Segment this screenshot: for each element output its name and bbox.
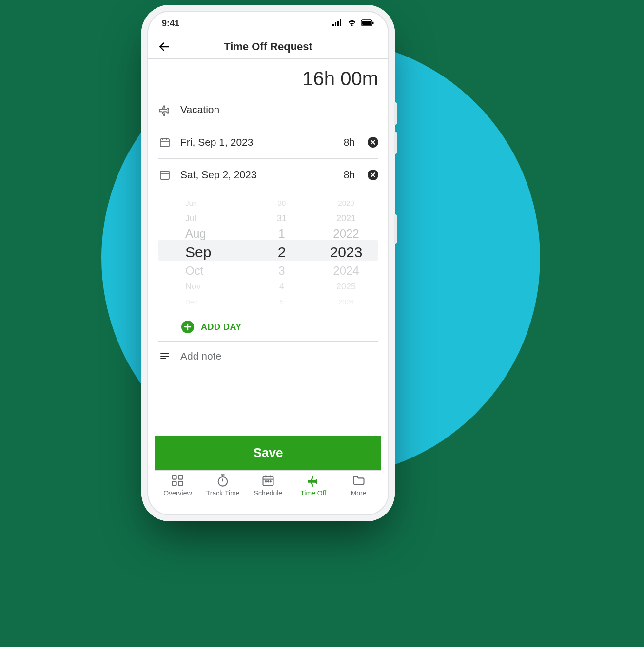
phone-side-button <box>394 132 397 154</box>
calendar-icon <box>158 169 172 181</box>
wifi-icon <box>347 19 357 29</box>
day-date-2: Sat, Sep 2, 2023 <box>180 169 335 181</box>
svg-rect-6 <box>372 21 374 24</box>
picker-month-selected: Sep <box>158 244 250 261</box>
add-note-label: Add note <box>180 350 221 362</box>
calendar-icon <box>261 474 275 487</box>
svg-rect-3 <box>340 19 341 26</box>
top-bar: Time Off Request <box>148 35 388 59</box>
day-hours-1: 8h <box>344 136 355 148</box>
svg-rect-0 <box>332 24 334 26</box>
picker-year: 2024 <box>314 264 378 278</box>
notes-icon <box>158 350 172 362</box>
picker-day-selected: 2 <box>250 244 314 261</box>
timeoff-type-row[interactable]: Vacation <box>158 94 378 126</box>
picker-day: 4 <box>250 282 314 292</box>
remove-day-2[interactable] <box>368 170 378 180</box>
phone-side-button <box>394 102 397 125</box>
save-button[interactable]: Save <box>155 436 381 470</box>
picker-month: Jun <box>158 199 250 207</box>
svg-point-23 <box>218 477 228 486</box>
day-row-1[interactable]: Fri, Sep 1, 2023 8h <box>158 126 378 159</box>
svg-rect-2 <box>337 21 339 26</box>
picker-month: Jul <box>158 213 250 224</box>
picker-month: Nov <box>158 282 250 292</box>
svg-rect-8 <box>160 139 169 147</box>
day-date-1: Fri, Sep 1, 2023 <box>180 136 335 148</box>
tab-label: More <box>351 489 367 497</box>
picker-day: 3 <box>250 264 314 278</box>
svg-rect-20 <box>179 476 183 479</box>
picker-day: 30 <box>250 199 314 207</box>
picker-year: 2020 <box>314 199 378 207</box>
add-note-row[interactable]: Add note <box>158 342 378 371</box>
svg-rect-1 <box>335 22 336 26</box>
remove-day-1[interactable] <box>368 137 378 148</box>
picker-day: 5 <box>250 298 314 306</box>
timeoff-type-label: Vacation <box>180 104 378 115</box>
page-title: Time Off Request <box>224 40 312 53</box>
svg-point-32 <box>268 481 269 482</box>
date-picker[interactable]: Jun302020 Jul312021 Aug12022 Sep22023 Oc… <box>158 194 378 311</box>
picker-year: 2021 <box>314 213 378 224</box>
tab-schedule[interactable]: Schedule <box>246 474 290 512</box>
tab-label: Time Off <box>300 489 326 497</box>
picker-month: Dec <box>158 298 250 306</box>
picker-year: 2022 <box>314 227 378 241</box>
tab-more[interactable]: More <box>337 474 381 512</box>
phone-frame: 9:41 Time Off Request <box>141 5 395 521</box>
plus-icon <box>181 321 194 333</box>
picker-month: Oct <box>158 264 250 278</box>
airplane-icon <box>158 103 172 116</box>
status-time: 9:41 <box>162 19 179 29</box>
picker-year: 2026 <box>314 298 378 306</box>
battery-icon <box>361 19 374 29</box>
signal-icon <box>332 19 343 29</box>
stopwatch-icon <box>216 474 230 487</box>
svg-rect-5 <box>362 21 371 25</box>
picker-year: 2025 <box>314 282 378 292</box>
svg-rect-21 <box>173 481 176 485</box>
svg-point-31 <box>265 481 266 482</box>
svg-rect-22 <box>179 481 183 485</box>
svg-rect-12 <box>160 171 169 179</box>
day-row-2[interactable]: Sat, Sep 2, 2023 8h <box>158 159 378 191</box>
picker-year-selected: 2023 <box>314 244 378 261</box>
svg-rect-19 <box>173 476 176 479</box>
folder-icon <box>352 474 366 487</box>
tab-bar: Overview Track Time Schedule Time Off Mo… <box>155 470 381 512</box>
back-button[interactable] <box>158 35 171 58</box>
tab-overview[interactable]: Overview <box>156 474 199 512</box>
picker-day: 1 <box>250 227 314 241</box>
day-hours-2: 8h <box>344 169 355 181</box>
airplane-icon <box>307 474 320 487</box>
status-bar: 9:41 <box>148 12 388 35</box>
add-day-label: ADD DAY <box>201 322 242 332</box>
tab-track-time[interactable]: Track Time <box>201 474 245 512</box>
phone-side-button <box>394 214 397 244</box>
calendar-icon <box>158 136 172 148</box>
picker-day: 31 <box>250 213 314 224</box>
add-day-button[interactable]: ADD DAY <box>158 313 378 342</box>
tab-label: Track Time <box>206 489 240 497</box>
tab-label: Overview <box>163 489 192 497</box>
svg-point-33 <box>270 481 271 482</box>
tab-time-off[interactable]: Time Off <box>292 474 335 512</box>
picker-month: Aug <box>158 227 250 241</box>
tab-label: Schedule <box>254 489 282 497</box>
save-label: Save <box>254 445 283 460</box>
total-hours: 16h 00m <box>148 59 388 94</box>
overview-icon <box>171 474 184 487</box>
